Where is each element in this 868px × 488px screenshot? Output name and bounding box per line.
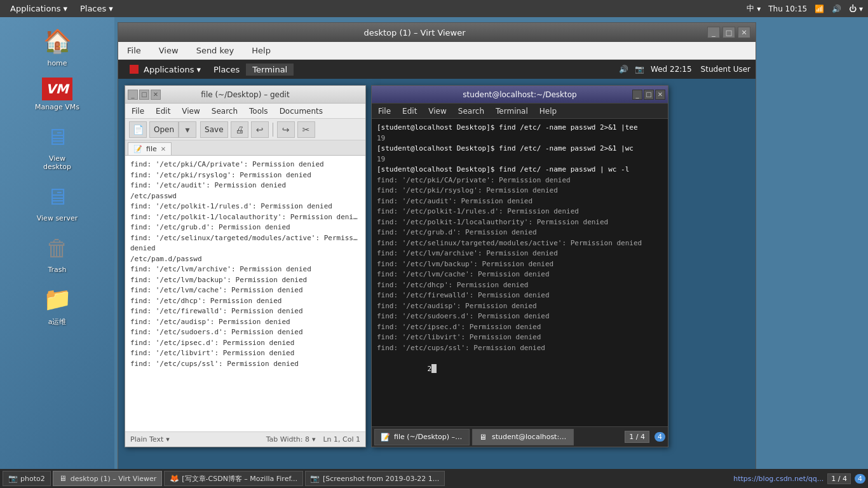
gedit-line-16: find: '/etc/audisp': Permission denied (130, 317, 360, 328)
gedit-window: _ □ ✕ file (~/Desktop) – gedit File Edit… (125, 85, 366, 447)
gedit-lang-arrow: ▾ (166, 435, 170, 444)
outer-task-screenshot[interactable]: 📷 [Screenshot from 2019-03-22 1... (305, 471, 445, 486)
redo-btn[interactable]: ↪ (277, 121, 295, 138)
desktop-icon-view-server[interactable]: 🖥 View server (32, 179, 83, 225)
inner-places-menu[interactable]: Places (207, 64, 246, 76)
gedit-statusbar: Plain Text ▾ Tab Width: 8 ▾ Ln 1, Col 1 (125, 431, 365, 447)
view-server-icon: 🖥 (42, 181, 72, 212)
firefox-label: [写文章-CSDN博客 – Mozilla Firef... (182, 474, 297, 484)
term-help-menu[interactable]: Help (537, 106, 559, 116)
outer-task-photo2[interactable]: 📷 photo2 (3, 471, 51, 486)
wifi-icon[interactable]: 📶 (815, 4, 824, 13)
term-line-1: [student@localhost Desktop]$ find /etc/ … (377, 123, 663, 133)
gedit-tab-file[interactable]: 📝 file ✕ (128, 142, 172, 155)
inner-notification-badge[interactable]: 4 (654, 432, 665, 442)
term-edit-menu[interactable]: Edit (400, 106, 419, 116)
maximize-button[interactable]: □ (722, 27, 735, 38)
gedit-line-10: /etc/pam.d/passwd (130, 254, 360, 265)
tab-close-btn[interactable]: ✕ (161, 146, 166, 152)
terminal-maximize-btn[interactable]: □ (644, 90, 654, 100)
terminal-close-btn[interactable]: ✕ (655, 90, 665, 100)
gedit-close-btn[interactable]: ✕ (151, 90, 161, 100)
inner-user: Student User (701, 65, 750, 74)
virt-viewer-menubar: File View Send key Help (118, 42, 756, 60)
open-group: Open ▾ (149, 121, 196, 138)
virt-view-menu[interactable]: View (155, 44, 182, 57)
terminal-minimize-btn[interactable]: _ (632, 90, 642, 100)
gedit-search-menu[interactable]: Search (209, 106, 240, 116)
gedit-line-2: find: '/etc/pki/rsyslog': Permission den… (130, 170, 360, 181)
open-dropdown-btn[interactable]: ▾ (179, 121, 196, 138)
inner-task-gedit-icon: 📝 (380, 432, 390, 442)
photo2-icon: 📷 (8, 474, 17, 483)
gedit-maximize-btn[interactable]: □ (139, 90, 149, 100)
gedit-tools-menu[interactable]: Tools (247, 106, 271, 116)
outer-task-firefox[interactable]: 🦊 [写文章-CSDN博客 – Mozilla Firef... (164, 471, 303, 486)
desktop-icon-view-desktop[interactable]: 🖥 View desktop (32, 119, 83, 173)
gedit-position: Ln 1, Col 1 (323, 435, 360, 444)
inner-task-terminal[interactable]: 🖥 student@localhost:~/Desktop (472, 429, 574, 445)
minimize-button[interactable]: _ (707, 27, 720, 38)
inner-pager[interactable]: 1 / 4 (625, 431, 649, 443)
inner-task-right: 1 / 4 4 (625, 431, 665, 443)
virt-file-menu[interactable]: File (123, 44, 145, 57)
inner-volume-icon[interactable]: 🔊 (619, 65, 628, 74)
term-line-5: [student@localhost Desktop]$ find /etc/ … (377, 165, 663, 175)
desktop-icon-a-ops[interactable]: 📁 a运维 (32, 281, 83, 329)
trash-label: Trash (48, 266, 66, 274)
gedit-tabwidth-selector[interactable]: Tab Width: 8 ▾ (266, 435, 316, 444)
term-view-menu[interactable]: View (426, 106, 449, 116)
term-line-15: find: '/etc/lvm/cache': Permission denie… (377, 269, 663, 280)
close-button[interactable]: ✕ (738, 27, 750, 38)
open-btn[interactable]: Open (149, 121, 179, 138)
term-line-23: 2 (377, 353, 663, 385)
volume-icon[interactable]: 🔊 (832, 4, 841, 13)
power-icon[interactable]: ⏻ ▾ (849, 4, 863, 13)
system-bar-right: 中 ▾ Thu 10:15 📶 🔊 ⏻ ▾ (747, 3, 863, 14)
save-btn[interactable]: Save (200, 121, 227, 138)
photo2-label: photo2 (20, 475, 45, 483)
inner-screenshot-icon[interactable]: 📷 (635, 65, 644, 74)
gedit-line-19: find: '/etc/libvirt': Permission denied (130, 348, 360, 359)
outer-pager[interactable]: 1 / 4 (827, 473, 851, 484)
print-btn[interactable]: 🖨 (231, 121, 248, 138)
term-line-22: find: '/etc/cups/ssl': Permission denied (377, 343, 663, 354)
desktop-icon-trash[interactable]: 🗑 Trash (32, 230, 83, 276)
cut-btn[interactable]: ✂ (297, 121, 315, 138)
gedit-view-menu[interactable]: View (179, 106, 202, 116)
terminal-content[interactable]: [student@localhost Desktop]$ find /etc/ … (372, 119, 668, 426)
inner-task-gedit[interactable]: 📝 file (~/Desktop) – gedit (374, 429, 470, 445)
screenshot-label: [Screenshot from 2019-03-22 1... (323, 475, 439, 483)
gedit-edit-menu[interactable]: Edit (153, 106, 173, 116)
applications-menu[interactable]: Applications ▾ (5, 3, 72, 15)
gedit-line-17: find: '/etc/sudoers.d': Permission denie… (130, 327, 360, 338)
term-terminal-menu[interactable]: Terminal (493, 106, 531, 116)
gedit-line-3: find: '/etc/audit': Permission denied (130, 180, 360, 191)
desktop-icon-home[interactable]: 🏠 home (32, 24, 83, 70)
outer-task-virt-viewer[interactable]: 🖥 desktop (1) – Virt Viewer (53, 471, 163, 486)
gedit-tabs: 📝 file ✕ (125, 140, 365, 156)
inner-applications-menu[interactable]: Applications ▾ (123, 64, 207, 76)
undo-btn[interactable]: ↩ (251, 121, 269, 138)
virt-viewer-window: desktop (1) – Virt Viewer _ □ ✕ File Vie… (118, 22, 756, 480)
virt-help-menu[interactable]: Help (248, 44, 275, 57)
home-icon: 🏠 (42, 26, 72, 57)
system-bar-left: Applications ▾ Places ▾ (5, 3, 118, 15)
places-label: Places (80, 4, 106, 13)
outer-notification-badge[interactable]: 4 (855, 474, 865, 484)
inner-apps-arrow: ▾ (196, 65, 201, 74)
gedit-lang-selector[interactable]: Plain Text ▾ (130, 435, 170, 444)
desktop-icon-manage-vms[interactable]: VM Manage VMs (32, 75, 83, 114)
gedit-file-menu[interactable]: File (129, 106, 147, 116)
virt-sendkey-menu[interactable]: Send key (193, 44, 238, 57)
term-line-8: find: '/etc/audit': Permission denied (377, 196, 663, 207)
places-menu[interactable]: Places ▾ (75, 3, 118, 15)
input-method[interactable]: 中 ▾ (747, 3, 761, 14)
gedit-minimize-btn[interactable]: _ (128, 90, 138, 100)
new-file-btn[interactable]: 📄 (129, 121, 147, 138)
inner-terminal-menu[interactable]: Terminal (246, 64, 294, 76)
home-label: home (47, 59, 67, 67)
term-search-menu[interactable]: Search (456, 106, 487, 116)
gedit-documents-menu[interactable]: Documents (277, 106, 325, 116)
term-file-menu[interactable]: File (376, 106, 393, 116)
